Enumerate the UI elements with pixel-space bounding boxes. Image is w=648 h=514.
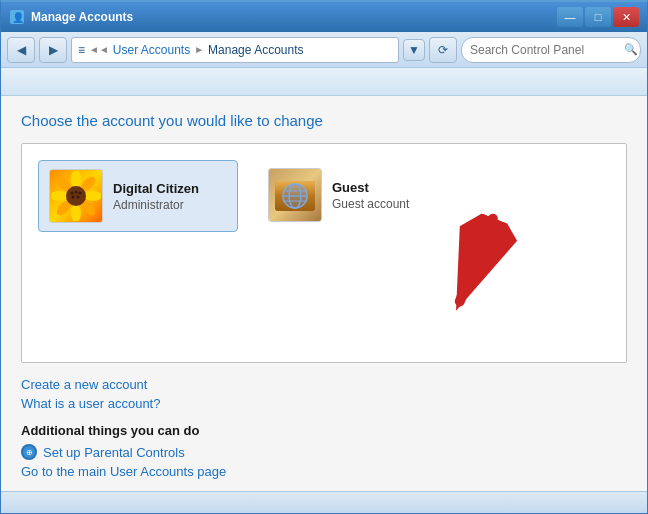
account-item-guest[interactable]: Guest Guest account bbox=[258, 160, 458, 230]
svg-point-16 bbox=[77, 196, 80, 199]
create-account-link[interactable]: Create a new account bbox=[21, 377, 627, 392]
parental-controls-icon: ⊕ bbox=[21, 444, 37, 460]
additional-heading: Additional things you can do bbox=[21, 423, 627, 438]
guest-name: Guest bbox=[332, 180, 409, 195]
search-icon: 🔍 bbox=[624, 43, 638, 56]
toolbar bbox=[1, 68, 647, 96]
refresh-button[interactable]: ⟳ bbox=[429, 37, 457, 63]
user-accounts-page-label: Go to the main User Accounts page bbox=[21, 464, 226, 479]
breadcrumb-user-accounts[interactable]: User Accounts bbox=[113, 43, 190, 57]
parental-controls-label: Set up Parental Controls bbox=[43, 445, 185, 460]
breadcrumb-sep-1: ► bbox=[194, 44, 204, 55]
title-bar-text: Manage Accounts bbox=[31, 10, 133, 24]
additional-section: Additional things you can do ⊕ Set up Pa… bbox=[21, 423, 627, 479]
svg-point-3 bbox=[71, 171, 81, 188]
window: 👤 Manage Accounts — □ ✕ ◀ ▶ ≡ ◄◄ User Ac… bbox=[0, 0, 648, 514]
content-area: Choose the account you would like to cha… bbox=[1, 96, 647, 491]
account-item-digital-citizen[interactable]: Digital Citizen Administrator bbox=[38, 160, 238, 232]
svg-point-9 bbox=[51, 191, 68, 201]
title-bar-left: 👤 Manage Accounts bbox=[9, 9, 133, 25]
svg-point-24 bbox=[283, 184, 307, 208]
what-is-account-link[interactable]: What is a user account? bbox=[21, 396, 627, 411]
maximize-button[interactable]: □ bbox=[585, 7, 611, 27]
digital-citizen-info: Digital Citizen Administrator bbox=[113, 181, 199, 212]
digital-citizen-name: Digital Citizen bbox=[113, 181, 199, 196]
svg-point-13 bbox=[75, 191, 78, 194]
breadcrumb-separator-start: ◄◄ bbox=[89, 44, 109, 55]
breadcrumb-icon: ≡ bbox=[78, 43, 85, 57]
dropdown-button[interactable]: ▼ bbox=[403, 39, 425, 61]
svg-point-7 bbox=[71, 204, 81, 221]
guest-icon bbox=[268, 168, 322, 222]
guest-info: Guest Guest account bbox=[332, 180, 409, 211]
accounts-box: Digital Citizen Administrator bbox=[21, 143, 627, 363]
svg-text:⊕: ⊕ bbox=[26, 448, 33, 457]
search-input[interactable] bbox=[470, 43, 620, 57]
svg-text:👤: 👤 bbox=[12, 11, 25, 24]
sunflower-icon bbox=[50, 170, 102, 222]
close-button[interactable]: ✕ bbox=[613, 7, 639, 27]
guest-type: Guest account bbox=[332, 197, 409, 211]
links-section: Create a new account What is a user acco… bbox=[21, 377, 627, 411]
page-title: Choose the account you would like to cha… bbox=[21, 112, 627, 129]
minimize-button[interactable]: — bbox=[557, 7, 583, 27]
svg-point-5 bbox=[84, 191, 101, 201]
parental-controls-link[interactable]: ⊕ Set up Parental Controls bbox=[21, 444, 627, 460]
svg-point-15 bbox=[72, 196, 75, 199]
forward-button[interactable]: ▶ bbox=[39, 37, 67, 63]
back-button[interactable]: ◀ bbox=[7, 37, 35, 63]
svg-point-14 bbox=[79, 192, 82, 195]
address-bar: ◀ ▶ ≡ ◄◄ User Accounts ► Manage Accounts… bbox=[1, 32, 647, 68]
guest-icon-img bbox=[269, 169, 321, 221]
title-bar: 👤 Manage Accounts — □ ✕ bbox=[1, 2, 647, 32]
breadcrumb-manage-accounts: Manage Accounts bbox=[208, 43, 303, 57]
window-icon: 👤 bbox=[9, 9, 25, 25]
digital-citizen-type: Administrator bbox=[113, 198, 199, 212]
title-bar-controls: — □ ✕ bbox=[557, 7, 639, 27]
status-bar bbox=[1, 491, 647, 513]
user-accounts-page-link[interactable]: Go to the main User Accounts page bbox=[21, 464, 627, 479]
digital-citizen-icon bbox=[49, 169, 103, 223]
svg-line-26 bbox=[432, 219, 520, 302]
breadcrumb: ≡ ◄◄ User Accounts ► Manage Accounts bbox=[71, 37, 399, 63]
svg-point-11 bbox=[66, 186, 86, 206]
search-box: 🔍 bbox=[461, 37, 641, 63]
svg-point-12 bbox=[71, 192, 74, 195]
